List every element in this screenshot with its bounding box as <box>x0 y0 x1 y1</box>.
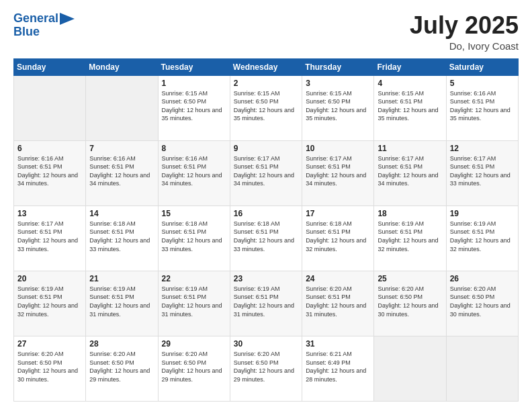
table-cell: 1Sunrise: 6:15 AM Sunset: 6:50 PM Daylig… <box>158 75 230 140</box>
table-cell: 14Sunrise: 6:18 AM Sunset: 6:51 PM Dayli… <box>86 205 158 271</box>
cell-info: Sunrise: 6:19 AM Sunset: 6:51 PM Dayligh… <box>162 285 226 318</box>
table-cell: 17Sunrise: 6:18 AM Sunset: 6:51 PM Dayli… <box>302 205 374 271</box>
day-number: 23 <box>234 274 298 283</box>
table-cell: 13Sunrise: 6:17 AM Sunset: 6:51 PM Dayli… <box>14 205 86 271</box>
table-cell: 12Sunrise: 6:17 AM Sunset: 6:51 PM Dayli… <box>446 140 518 205</box>
day-number: 27 <box>17 339 82 349</box>
cell-info: Sunrise: 6:19 AM Sunset: 6:51 PM Dayligh… <box>234 285 298 318</box>
header: General Blue July 2025 Do, Ivory Coast <box>13 12 519 52</box>
cell-info: Sunrise: 6:20 AM Sunset: 6:50 PM Dayligh… <box>378 285 442 318</box>
day-number: 5 <box>450 79 515 88</box>
day-number: 4 <box>378 79 442 88</box>
table-cell: 30Sunrise: 6:20 AM Sunset: 6:50 PM Dayli… <box>230 336 302 401</box>
cell-info: Sunrise: 6:18 AM Sunset: 6:51 PM Dayligh… <box>234 220 298 253</box>
svg-marker-0 <box>60 13 75 25</box>
day-number: 12 <box>450 144 515 153</box>
cell-info: Sunrise: 6:20 AM Sunset: 6:51 PM Dayligh… <box>306 285 370 318</box>
week-row-5: 27Sunrise: 6:20 AM Sunset: 6:50 PM Dayli… <box>14 336 519 401</box>
calendar-table: Sunday Monday Tuesday Wednesday Thursday… <box>13 58 519 402</box>
cell-info: Sunrise: 6:17 AM Sunset: 6:51 PM Dayligh… <box>306 154 370 188</box>
title-block: July 2025 Do, Ivory Coast <box>410 12 519 52</box>
day-number: 3 <box>306 79 370 88</box>
day-number: 13 <box>17 209 82 218</box>
cell-info: Sunrise: 6:21 AM Sunset: 6:49 PM Dayligh… <box>306 350 370 383</box>
month-title: July 2025 <box>410 12 519 39</box>
table-cell: 22Sunrise: 6:19 AM Sunset: 6:51 PM Dayli… <box>158 271 230 336</box>
table-cell: 11Sunrise: 6:17 AM Sunset: 6:51 PM Dayli… <box>374 140 446 205</box>
table-cell: 26Sunrise: 6:20 AM Sunset: 6:50 PM Dayli… <box>446 271 518 336</box>
week-row-1: 1Sunrise: 6:15 AM Sunset: 6:50 PM Daylig… <box>14 75 519 140</box>
location-title: Do, Ivory Coast <box>410 40 519 52</box>
cell-info: Sunrise: 6:20 AM Sunset: 6:50 PM Dayligh… <box>234 350 298 383</box>
cell-info: Sunrise: 6:20 AM Sunset: 6:50 PM Dayligh… <box>89 350 154 383</box>
table-cell: 15Sunrise: 6:18 AM Sunset: 6:51 PM Dayli… <box>158 205 230 271</box>
table-cell: 21Sunrise: 6:19 AM Sunset: 6:51 PM Dayli… <box>86 271 158 336</box>
day-number: 10 <box>306 144 370 153</box>
day-number: 16 <box>234 209 298 218</box>
table-cell: 29Sunrise: 6:20 AM Sunset: 6:50 PM Dayli… <box>158 336 230 401</box>
logo-text: General Blue <box>13 12 75 39</box>
page: General Blue July 2025 Do, Ivory Coast S… <box>0 0 532 411</box>
cell-info: Sunrise: 6:16 AM Sunset: 6:51 PM Dayligh… <box>89 154 154 188</box>
table-cell <box>374 336 446 401</box>
cell-info: Sunrise: 6:17 AM Sunset: 6:51 PM Dayligh… <box>450 154 515 188</box>
col-sunday: Sunday <box>14 58 86 75</box>
table-cell <box>446 336 518 401</box>
cell-info: Sunrise: 6:20 AM Sunset: 6:50 PM Dayligh… <box>162 350 226 383</box>
cell-info: Sunrise: 6:15 AM Sunset: 6:51 PM Dayligh… <box>378 89 442 123</box>
day-number: 6 <box>17 144 82 153</box>
cell-info: Sunrise: 6:18 AM Sunset: 6:51 PM Dayligh… <box>89 220 154 253</box>
cell-info: Sunrise: 6:15 AM Sunset: 6:50 PM Dayligh… <box>234 89 298 123</box>
cell-info: Sunrise: 6:20 AM Sunset: 6:50 PM Dayligh… <box>450 285 515 318</box>
cell-info: Sunrise: 6:15 AM Sunset: 6:50 PM Dayligh… <box>306 89 370 123</box>
day-number: 11 <box>378 144 442 153</box>
day-number: 7 <box>89 144 154 153</box>
day-number: 28 <box>89 339 154 349</box>
day-number: 26 <box>450 274 515 283</box>
day-number: 22 <box>162 274 226 283</box>
table-cell: 27Sunrise: 6:20 AM Sunset: 6:50 PM Dayli… <box>14 336 86 401</box>
cell-info: Sunrise: 6:19 AM Sunset: 6:51 PM Dayligh… <box>450 220 515 253</box>
cell-info: Sunrise: 6:16 AM Sunset: 6:51 PM Dayligh… <box>17 154 82 188</box>
col-tuesday: Tuesday <box>158 58 230 75</box>
table-cell: 8Sunrise: 6:16 AM Sunset: 6:51 PM Daylig… <box>158 140 230 205</box>
col-monday: Monday <box>86 58 158 75</box>
table-cell: 4Sunrise: 6:15 AM Sunset: 6:51 PM Daylig… <box>374 75 446 140</box>
week-row-4: 20Sunrise: 6:19 AM Sunset: 6:51 PM Dayli… <box>14 271 519 336</box>
day-number: 8 <box>162 144 226 153</box>
day-number: 24 <box>306 274 370 283</box>
day-number: 21 <box>89 274 154 283</box>
table-cell: 25Sunrise: 6:20 AM Sunset: 6:50 PM Dayli… <box>374 271 446 336</box>
day-number: 9 <box>234 144 298 153</box>
cell-info: Sunrise: 6:16 AM Sunset: 6:51 PM Dayligh… <box>450 89 515 123</box>
day-number: 30 <box>234 339 298 349</box>
day-number: 15 <box>162 209 226 218</box>
table-cell: 2Sunrise: 6:15 AM Sunset: 6:50 PM Daylig… <box>230 75 302 140</box>
cell-info: Sunrise: 6:17 AM Sunset: 6:51 PM Dayligh… <box>17 220 82 253</box>
table-cell: 23Sunrise: 6:19 AM Sunset: 6:51 PM Dayli… <box>230 271 302 336</box>
table-cell: 6Sunrise: 6:16 AM Sunset: 6:51 PM Daylig… <box>14 140 86 205</box>
table-cell: 28Sunrise: 6:20 AM Sunset: 6:50 PM Dayli… <box>86 336 158 401</box>
cell-info: Sunrise: 6:19 AM Sunset: 6:51 PM Dayligh… <box>17 285 82 318</box>
col-thursday: Thursday <box>302 58 374 75</box>
day-number: 31 <box>306 339 370 349</box>
table-cell: 10Sunrise: 6:17 AM Sunset: 6:51 PM Dayli… <box>302 140 374 205</box>
table-cell <box>86 75 158 140</box>
table-cell: 20Sunrise: 6:19 AM Sunset: 6:51 PM Dayli… <box>14 271 86 336</box>
col-saturday: Saturday <box>446 58 518 75</box>
week-row-3: 13Sunrise: 6:17 AM Sunset: 6:51 PM Dayli… <box>14 205 519 271</box>
logo-arrow-icon <box>60 13 75 25</box>
cell-info: Sunrise: 6:18 AM Sunset: 6:51 PM Dayligh… <box>162 220 226 253</box>
week-row-2: 6Sunrise: 6:16 AM Sunset: 6:51 PM Daylig… <box>14 140 519 205</box>
col-friday: Friday <box>374 58 446 75</box>
table-cell: 9Sunrise: 6:17 AM Sunset: 6:51 PM Daylig… <box>230 140 302 205</box>
day-number: 14 <box>89 209 154 218</box>
col-wednesday: Wednesday <box>230 58 302 75</box>
day-number: 29 <box>162 339 226 349</box>
logo: General Blue <box>13 12 75 39</box>
table-cell <box>14 75 86 140</box>
cell-info: Sunrise: 6:19 AM Sunset: 6:51 PM Dayligh… <box>378 220 442 253</box>
day-number: 25 <box>378 274 442 283</box>
table-cell: 3Sunrise: 6:15 AM Sunset: 6:50 PM Daylig… <box>302 75 374 140</box>
cell-info: Sunrise: 6:20 AM Sunset: 6:50 PM Dayligh… <box>17 350 82 383</box>
